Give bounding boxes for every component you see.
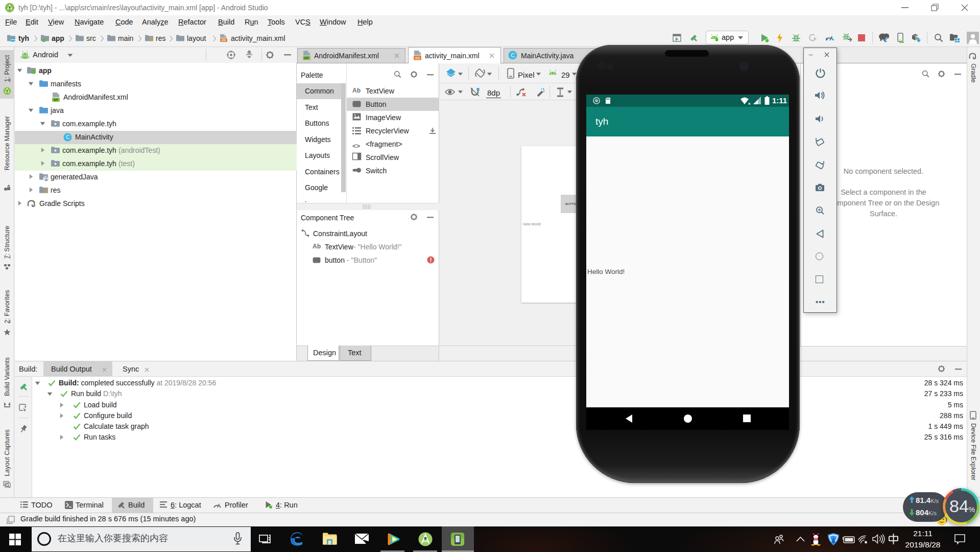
svg-text:C: C (511, 52, 515, 58)
svg-text:MF: MF (53, 98, 59, 102)
svg-text:C: C (66, 134, 69, 140)
svg-text:MF: MF (304, 56, 309, 60)
svg-text:<>: <> (415, 56, 420, 60)
svg-text:<>: <> (222, 38, 226, 42)
svg-text:x: x (748, 101, 751, 106)
svg-text:>: > (24, 405, 26, 408)
